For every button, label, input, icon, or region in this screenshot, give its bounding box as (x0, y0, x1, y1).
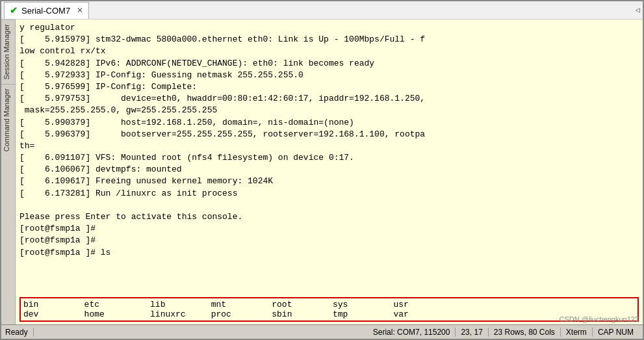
terminal-line: [ 5.996379] bootserver=255.255.255.255, … (19, 129, 639, 140)
terminal-line: [ 5.990379] host=192.168.1.250, domain=,… (19, 117, 639, 129)
terminal-line (19, 200, 639, 211)
terminal-output: y regulator [ 5.915979] stm32-dwmac 5800… (16, 20, 643, 297)
terminal-window: ✔ Serial-COM7 ✕ ◁ Session Manager Comman… (0, 0, 644, 340)
terminal-line: [ 6.109617] Freeing unused kernel memory… (19, 176, 639, 187)
terminal-line: [ 5.942828] IPv6: ADDRCONF(NETDEV_CHANGE… (19, 58, 639, 70)
terminal-line: low control rx/tx (19, 46, 639, 57)
terminal-line: [ 5.979753] device=eth0, hwaddr=00:80:e1… (19, 93, 639, 105)
tab-title: Serial-COM7 (21, 6, 70, 16)
status-bar: Ready Serial: COM7, 115200 23, 17 23 Row… (1, 324, 643, 339)
terminal-line: [ 5.972933] IP-Config: Guessing netmask … (19, 70, 639, 81)
check-icon: ✔ (10, 5, 18, 16)
ls-row-1: bin etc lib mnt root sys usr (23, 300, 635, 309)
terminal-line: [root@fsmp1a ]# ls (19, 247, 639, 259)
terminal-line: [root@fsmp1a ]# (19, 223, 639, 235)
terminal-line: mask=255.255.255.0, gw=255.255.255.255 (19, 105, 639, 116)
status-ready: Ready (5, 328, 34, 337)
watermark: CSDN @liuchengkun123 (560, 315, 639, 323)
sidebar-session-manager[interactable]: Session Manager (1, 20, 15, 84)
terminal-line: y regulator (19, 22, 639, 34)
title-tab[interactable]: ✔ Serial-COM7 ✕ (4, 2, 89, 19)
status-serial: Serial: COM7, 115200 (368, 328, 456, 337)
status-rows-cols: 23 Rows, 80 Cols (489, 328, 561, 337)
terminal-line: [ 6.106067] devtmpfs: mounted (19, 164, 639, 176)
terminal-line: [ 5.976599] IP-Config: Complete: (19, 81, 639, 93)
terminal-line: [ 5.915979] stm32-dwmac 5800a000.etherne… (19, 34, 639, 46)
terminal-line-please-press: Please press Enter to activate this cons… (19, 211, 639, 223)
terminal-line: [root@fsmp1a ]# (19, 235, 639, 246)
title-bar: ✔ Serial-COM7 ✕ ◁ (1, 1, 643, 20)
terminal-line: [ 6.173281] Run /linuxrc as init process (19, 188, 639, 200)
ls-output-box: bin etc lib mnt root sys usr dev home li… (19, 297, 639, 322)
tab-close-button[interactable]: ✕ (77, 6, 83, 15)
sidebar-command-manager[interactable]: Command Manager (1, 84, 15, 155)
status-position: 23, 17 (456, 328, 488, 337)
left-sidebar: Session Manager Command Manager (1, 20, 16, 324)
status-caps: CAP NUM (593, 328, 639, 337)
terminal-line: [ 6.091107] VFS: Mounted root (nfs4 file… (19, 152, 639, 164)
terminal-line: th= (19, 140, 639, 152)
terminal-area[interactable]: y regulator [ 5.915979] stm32-dwmac 5800… (16, 20, 643, 324)
ls-row-2: dev home linuxrc proc sbin tmp var (23, 309, 635, 319)
main-content: Session Manager Command Manager y regula… (1, 20, 643, 324)
status-xterm: Xterm (561, 328, 593, 337)
title-arrow-icon: ◁ (636, 5, 640, 15)
